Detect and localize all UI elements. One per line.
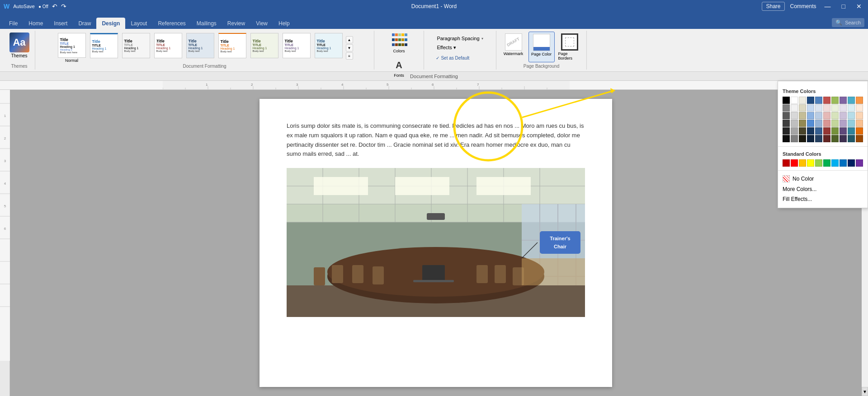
tab-home[interactable]: Home: [23, 18, 48, 29]
theme-color-swatch[interactable]: [815, 127, 822, 135]
close-btn[interactable]: ✕: [854, 2, 864, 11]
theme-color-swatch[interactable]: [823, 97, 830, 104]
no-color-item[interactable]: No Color: [778, 173, 868, 184]
style-item[interactable]: Title TITLE Heading 1 Body text: [121, 32, 151, 64]
tab-layout[interactable]: Layout: [125, 18, 152, 29]
theme-color-swatch[interactable]: [831, 135, 839, 142]
theme-color-swatch[interactable]: [856, 112, 863, 119]
theme-color-swatch[interactable]: [783, 135, 790, 142]
effects-button[interactable]: Effects ▾: [434, 43, 458, 52]
undo-btn[interactable]: ↶: [52, 3, 57, 10]
theme-color-swatch[interactable]: [848, 135, 855, 142]
theme-color-swatch[interactable]: [831, 120, 839, 127]
theme-color-swatch[interactable]: [831, 104, 839, 112]
theme-color-swatch[interactable]: [791, 112, 798, 119]
theme-color-swatch[interactable]: [799, 135, 806, 142]
theme-color-swatch[interactable]: [783, 104, 790, 112]
theme-color-swatch[interactable]: [791, 104, 798, 112]
tab-insert[interactable]: Insert: [48, 18, 73, 29]
theme-color-swatch[interactable]: [848, 127, 855, 135]
tab-draw[interactable]: Draw: [73, 18, 96, 29]
page-color-button[interactable]: Page Color: [528, 32, 555, 62]
autosave-toggle[interactable]: ● Off: [38, 4, 48, 9]
scroll-down[interactable]: ▼: [862, 387, 868, 396]
page-borders-button[interactable]: Page Borders: [557, 32, 583, 62]
theme-color-swatch[interactable]: [823, 104, 830, 112]
fill-effects-item[interactable]: Fill Effects...: [778, 194, 868, 204]
standard-color-swatch[interactable]: [783, 159, 790, 167]
theme-color-swatch[interactable]: [856, 127, 863, 135]
theme-color-swatch[interactable]: [856, 120, 863, 127]
theme-color-swatch[interactable]: [856, 104, 863, 112]
theme-color-swatch[interactable]: [815, 135, 822, 142]
theme-color-swatch[interactable]: [807, 135, 814, 142]
theme-color-swatch[interactable]: [791, 135, 798, 142]
theme-color-swatch[interactable]: [840, 97, 847, 104]
tab-references[interactable]: References: [152, 18, 191, 29]
theme-color-swatch[interactable]: [815, 112, 822, 119]
theme-color-swatch[interactable]: [840, 104, 847, 112]
theme-color-swatch[interactable]: [848, 97, 855, 104]
theme-color-swatch[interactable]: [823, 112, 830, 119]
theme-color-swatch[interactable]: [831, 112, 839, 119]
theme-color-swatch[interactable]: [831, 127, 839, 135]
colors-button[interactable]: Colors: [389, 32, 409, 55]
standard-color-swatch[interactable]: [856, 159, 863, 167]
standard-color-swatch[interactable]: [823, 159, 830, 167]
paragraph-spacing-button[interactable]: Paragraph Spacing ▾: [434, 34, 486, 42]
theme-color-swatch[interactable]: [856, 135, 863, 142]
theme-color-swatch[interactable]: [807, 112, 814, 119]
theme-color-swatch[interactable]: [848, 104, 855, 112]
tab-view[interactable]: View: [250, 18, 273, 29]
tab-mailings[interactable]: Mailings: [191, 18, 222, 29]
themes-button[interactable]: Aa Themes: [8, 32, 31, 59]
theme-color-swatch[interactable]: [791, 120, 798, 127]
standard-color-swatch[interactable]: [840, 159, 847, 167]
gallery-up[interactable]: ▲: [346, 36, 353, 43]
style-item[interactable]: Title TITLE Heading 1 Body text: [281, 32, 312, 64]
tab-file[interactable]: File: [4, 18, 23, 29]
style-item[interactable]: Title TITLE Heading 1 Heading 2 Body tex…: [57, 32, 87, 64]
theme-color-swatch[interactable]: [807, 97, 814, 104]
style-item[interactable]: Title TITLE Heading 1 Body text: [313, 32, 344, 64]
theme-color-swatch[interactable]: [807, 120, 814, 127]
set-as-default-button[interactable]: ✓ Set as Default: [434, 55, 471, 61]
style-item[interactable]: Title TITLE Heading 1 Body text: [217, 32, 248, 64]
style-item[interactable]: Title TITLE Heading 1 Body text: [249, 32, 280, 64]
standard-color-swatch[interactable]: [831, 159, 839, 167]
redo-btn[interactable]: ↷: [61, 3, 66, 10]
theme-color-swatch[interactable]: [840, 135, 847, 142]
standard-color-swatch[interactable]: [807, 159, 814, 167]
theme-color-swatch[interactable]: [815, 97, 822, 104]
theme-color-swatch[interactable]: [783, 112, 790, 119]
theme-color-swatch[interactable]: [815, 104, 822, 112]
theme-color-swatch[interactable]: [799, 112, 806, 119]
theme-color-swatch[interactable]: [807, 127, 814, 135]
tab-design[interactable]: Design: [96, 18, 125, 29]
fonts-button[interactable]: A Fonts: [389, 56, 409, 79]
theme-color-swatch[interactable]: [840, 112, 847, 119]
theme-color-swatch[interactable]: [791, 127, 798, 135]
theme-color-swatch[interactable]: [791, 97, 798, 104]
theme-color-swatch[interactable]: [823, 135, 830, 142]
theme-color-swatch[interactable]: [799, 127, 806, 135]
tab-review[interactable]: Review: [222, 18, 250, 29]
comments-btn[interactable]: Comments: [790, 3, 816, 9]
watermark-button[interactable]: DRAFT Watermark: [500, 32, 527, 62]
theme-color-swatch[interactable]: [848, 112, 855, 119]
gallery-more[interactable]: ≡: [346, 52, 353, 60]
gallery-down[interactable]: ▼: [346, 44, 353, 51]
theme-color-swatch[interactable]: [783, 127, 790, 135]
standard-color-swatch[interactable]: [815, 159, 822, 167]
theme-color-swatch[interactable]: [840, 120, 847, 127]
restore-btn[interactable]: □: [839, 2, 848, 11]
theme-color-swatch[interactable]: [823, 120, 830, 127]
theme-color-swatch[interactable]: [848, 120, 855, 127]
theme-color-swatch[interactable]: [799, 104, 806, 112]
theme-color-swatch[interactable]: [799, 120, 806, 127]
standard-color-swatch[interactable]: [799, 159, 806, 167]
standard-color-swatch[interactable]: [791, 159, 798, 167]
more-colors-item[interactable]: More Colors...: [778, 184, 868, 194]
theme-color-swatch[interactable]: [823, 127, 830, 135]
minimize-btn[interactable]: —: [822, 2, 834, 11]
